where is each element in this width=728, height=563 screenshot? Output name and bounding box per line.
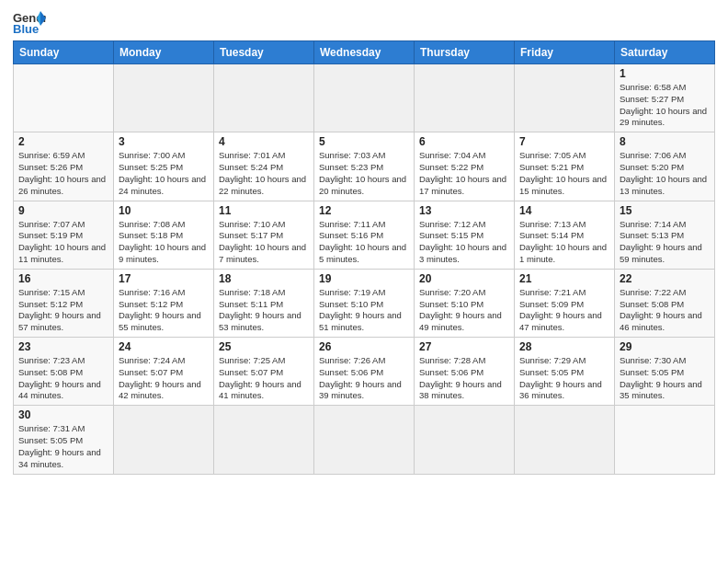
calendar-cell	[615, 406, 715, 474]
day-info: Sunrise: 7:19 AM Sunset: 5:10 PM Dayligh…	[319, 287, 409, 334]
day-number: 1	[620, 67, 710, 80]
day-number: 29	[620, 340, 710, 353]
col-header-monday: Monday	[114, 41, 214, 64]
day-number: 2	[18, 135, 108, 148]
day-number: 28	[519, 340, 609, 353]
generalblue-logo-icon: General Blue	[13, 9, 46, 35]
col-header-sunday: Sunday	[14, 41, 114, 64]
calendar-cell: 2Sunrise: 6:59 AM Sunset: 5:26 PM Daylig…	[14, 132, 114, 201]
day-info: Sunrise: 7:30 AM Sunset: 5:05 PM Dayligh…	[620, 355, 710, 402]
day-number: 30	[18, 408, 108, 421]
calendar-cell: 11Sunrise: 7:10 AM Sunset: 5:17 PM Dayli…	[214, 201, 314, 269]
day-info: Sunrise: 7:04 AM Sunset: 5:22 PM Dayligh…	[419, 150, 509, 197]
day-number: 13	[419, 204, 509, 217]
day-number: 4	[219, 135, 309, 148]
calendar-cell: 7Sunrise: 7:05 AM Sunset: 5:21 PM Daylig…	[515, 132, 615, 201]
day-number: 3	[119, 135, 209, 148]
day-number: 5	[319, 135, 409, 148]
calendar-cell	[515, 406, 615, 474]
calendar-cell: 25Sunrise: 7:25 AM Sunset: 5:07 PM Dayli…	[214, 338, 314, 406]
calendar-cell: 27Sunrise: 7:28 AM Sunset: 5:06 PM Dayli…	[415, 338, 515, 406]
day-info: Sunrise: 7:00 AM Sunset: 5:25 PM Dayligh…	[119, 150, 209, 197]
day-info: Sunrise: 7:11 AM Sunset: 5:16 PM Dayligh…	[319, 219, 409, 266]
calendar-week-row: 1Sunrise: 6:58 AM Sunset: 5:27 PM Daylig…	[14, 64, 715, 132]
calendar-cell: 5Sunrise: 7:03 AM Sunset: 5:23 PM Daylig…	[314, 132, 415, 201]
col-header-friday: Friday	[515, 41, 615, 64]
calendar-cell: 16Sunrise: 7:15 AM Sunset: 5:12 PM Dayli…	[14, 269, 114, 337]
day-number: 26	[319, 340, 409, 353]
calendar-week-row: 30Sunrise: 7:31 AM Sunset: 5:05 PM Dayli…	[14, 406, 715, 474]
calendar-cell	[14, 64, 114, 132]
calendar-cell: 17Sunrise: 7:16 AM Sunset: 5:12 PM Dayli…	[114, 269, 214, 337]
day-info: Sunrise: 7:10 AM Sunset: 5:17 PM Dayligh…	[219, 219, 309, 266]
calendar-week-row: 23Sunrise: 7:23 AM Sunset: 5:08 PM Dayli…	[14, 338, 715, 406]
day-info: Sunrise: 6:58 AM Sunset: 5:27 PM Dayligh…	[620, 82, 710, 129]
calendar-cell: 28Sunrise: 7:29 AM Sunset: 5:05 PM Dayli…	[515, 338, 615, 406]
calendar-cell	[314, 64, 415, 132]
calendar-week-row: 2Sunrise: 6:59 AM Sunset: 5:26 PM Daylig…	[14, 132, 715, 201]
day-info: Sunrise: 7:07 AM Sunset: 5:19 PM Dayligh…	[18, 219, 108, 266]
day-number: 9	[18, 204, 108, 217]
day-info: Sunrise: 7:26 AM Sunset: 5:06 PM Dayligh…	[319, 355, 409, 402]
day-info: Sunrise: 7:21 AM Sunset: 5:09 PM Dayligh…	[519, 287, 609, 334]
day-info: Sunrise: 7:31 AM Sunset: 5:05 PM Dayligh…	[18, 423, 108, 470]
day-info: Sunrise: 7:28 AM Sunset: 5:06 PM Dayligh…	[419, 355, 509, 402]
day-number: 17	[119, 272, 209, 285]
calendar-cell: 6Sunrise: 7:04 AM Sunset: 5:22 PM Daylig…	[415, 132, 515, 201]
day-info: Sunrise: 7:22 AM Sunset: 5:08 PM Dayligh…	[620, 287, 710, 334]
calendar-cell	[214, 64, 314, 132]
calendar-week-row: 9Sunrise: 7:07 AM Sunset: 5:19 PM Daylig…	[14, 201, 715, 269]
calendar-cell: 8Sunrise: 7:06 AM Sunset: 5:20 PM Daylig…	[615, 132, 715, 201]
day-number: 20	[419, 272, 509, 285]
calendar-cell: 14Sunrise: 7:13 AM Sunset: 5:14 PM Dayli…	[515, 201, 615, 269]
calendar-cell: 26Sunrise: 7:26 AM Sunset: 5:06 PM Dayli…	[314, 338, 415, 406]
day-number: 19	[319, 272, 409, 285]
day-info: Sunrise: 6:59 AM Sunset: 5:26 PM Dayligh…	[18, 150, 108, 197]
day-number: 15	[620, 204, 710, 217]
day-info: Sunrise: 7:03 AM Sunset: 5:23 PM Dayligh…	[319, 150, 409, 197]
day-info: Sunrise: 7:14 AM Sunset: 5:13 PM Dayligh…	[620, 219, 710, 266]
day-number: 6	[419, 135, 509, 148]
header: General Blue	[13, 9, 715, 35]
day-number: 12	[319, 204, 409, 217]
calendar-header-row: SundayMondayTuesdayWednesdayThursdayFrid…	[14, 41, 715, 64]
calendar-cell: 20Sunrise: 7:20 AM Sunset: 5:10 PM Dayli…	[415, 269, 515, 337]
calendar-cell: 22Sunrise: 7:22 AM Sunset: 5:08 PM Dayli…	[615, 269, 715, 337]
day-info: Sunrise: 7:05 AM Sunset: 5:21 PM Dayligh…	[519, 150, 609, 197]
day-info: Sunrise: 7:06 AM Sunset: 5:20 PM Dayligh…	[620, 150, 710, 197]
col-header-wednesday: Wednesday	[314, 41, 415, 64]
col-header-tuesday: Tuesday	[214, 41, 314, 64]
day-number: 22	[620, 272, 710, 285]
calendar-cell	[415, 64, 515, 132]
day-number: 25	[219, 340, 309, 353]
calendar-cell	[114, 406, 214, 474]
day-number: 16	[18, 272, 108, 285]
day-info: Sunrise: 7:15 AM Sunset: 5:12 PM Dayligh…	[18, 287, 108, 334]
col-header-saturday: Saturday	[615, 41, 715, 64]
day-info: Sunrise: 7:24 AM Sunset: 5:07 PM Dayligh…	[119, 355, 209, 402]
svg-text:Blue: Blue	[13, 22, 39, 35]
calendar-cell: 21Sunrise: 7:21 AM Sunset: 5:09 PM Dayli…	[515, 269, 615, 337]
calendar-cell: 29Sunrise: 7:30 AM Sunset: 5:05 PM Dayli…	[615, 338, 715, 406]
page: General Blue SundayMondayTuesdayWednesda…	[0, 0, 728, 563]
calendar-cell	[415, 406, 515, 474]
calendar-cell	[214, 406, 314, 474]
day-number: 27	[419, 340, 509, 353]
day-number: 23	[18, 340, 108, 353]
day-number: 10	[119, 204, 209, 217]
day-number: 18	[219, 272, 309, 285]
day-number: 7	[519, 135, 609, 148]
calendar-cell	[314, 406, 415, 474]
calendar-cell: 18Sunrise: 7:18 AM Sunset: 5:11 PM Dayli…	[214, 269, 314, 337]
day-info: Sunrise: 7:13 AM Sunset: 5:14 PM Dayligh…	[519, 219, 609, 266]
calendar-cell	[515, 64, 615, 132]
calendar-cell: 9Sunrise: 7:07 AM Sunset: 5:19 PM Daylig…	[14, 201, 114, 269]
day-number: 11	[219, 204, 309, 217]
calendar-table: SundayMondayTuesdayWednesdayThursdayFrid…	[13, 40, 715, 475]
day-number: 24	[119, 340, 209, 353]
day-info: Sunrise: 7:08 AM Sunset: 5:18 PM Dayligh…	[119, 219, 209, 266]
calendar-cell: 4Sunrise: 7:01 AM Sunset: 5:24 PM Daylig…	[214, 132, 314, 201]
calendar-cell: 23Sunrise: 7:23 AM Sunset: 5:08 PM Dayli…	[14, 338, 114, 406]
calendar-week-row: 16Sunrise: 7:15 AM Sunset: 5:12 PM Dayli…	[14, 269, 715, 337]
calendar-cell: 10Sunrise: 7:08 AM Sunset: 5:18 PM Dayli…	[114, 201, 214, 269]
